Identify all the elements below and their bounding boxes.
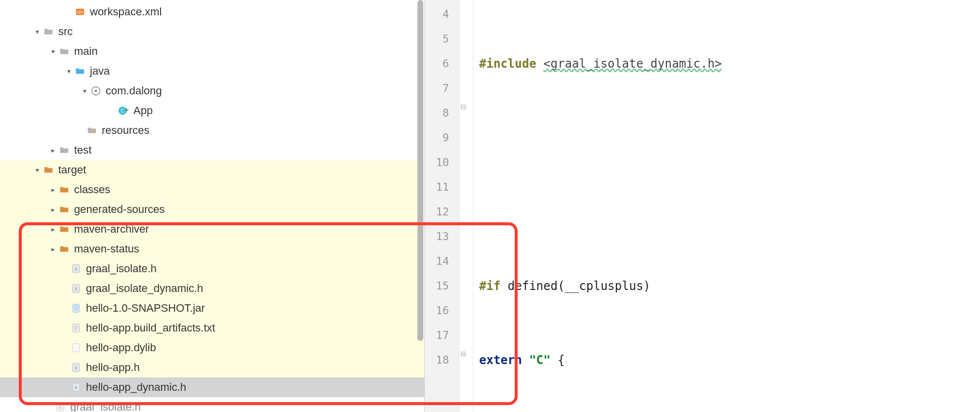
- tree-item-resources[interactable]: ▸ resources: [0, 121, 424, 140]
- tree-item-hello-app-dynamic-h[interactable]: ▸ h hello-app_dynamic.h: [0, 377, 424, 397]
- line-number[interactable]: 10: [425, 150, 449, 175]
- svg-text:h: h: [75, 287, 77, 291]
- string-token: "C": [529, 353, 550, 367]
- line-number[interactable]: 4: [425, 2, 449, 27]
- fold-marker-icon[interactable]: ⊟: [460, 350, 466, 358]
- chevron-down-icon: ▾: [33, 160, 41, 180]
- tree-label: graal_isolate.h: [70, 397, 424, 412]
- code-line[interactable]: #include <graal_isolate_dynamic.h>: [479, 51, 980, 76]
- fold-gutter[interactable]: ⊟ ⊟: [459, 0, 473, 412]
- folder-icon: [58, 144, 70, 156]
- tree-label: hello-app.dylib: [86, 338, 424, 358]
- tree-label: App: [133, 101, 424, 121]
- tree-label: test: [74, 140, 424, 160]
- project-tree-panel[interactable]: ▸ </> workspace.xml ▾ src ▾ main ▾ java …: [0, 0, 425, 412]
- xml-file-icon: </>: [74, 6, 86, 18]
- line-number[interactable]: 13: [425, 224, 449, 249]
- tree-item-graal-isolate-h[interactable]: ▸ h graal_isolate.h: [0, 259, 424, 279]
- tree-item-test[interactable]: ▸ test: [0, 140, 424, 160]
- tree-scrollbar[interactable]: [416, 0, 424, 412]
- svg-text:C: C: [121, 108, 124, 114]
- line-number[interactable]: 6: [425, 51, 449, 76]
- tree-item-dylib[interactable]: ▸ hello-app.dylib: [0, 338, 424, 358]
- tree-item-src[interactable]: ▾ src: [0, 22, 424, 41]
- tree-item-target[interactable]: ▾ target: [0, 160, 424, 180]
- tree-label: maven-archiver: [74, 219, 424, 239]
- code-text: defined(__cplusplus): [508, 279, 651, 293]
- tree-label: src: [58, 22, 424, 41]
- keyword-token: extern: [479, 353, 522, 367]
- line-number[interactable]: 5: [425, 27, 449, 51]
- svg-rect-12: [73, 304, 80, 313]
- header-file-icon: h: [54, 401, 66, 412]
- excluded-folder-icon: [58, 223, 70, 235]
- tree-item-graal-isolate-dynamic-h[interactable]: ▸ h graal_isolate_dynamic.h: [0, 279, 424, 298]
- svg-text:h: h: [75, 267, 77, 272]
- tree-item-jar[interactable]: ▸ hello-1.0-SNAPSHOT.jar: [0, 298, 424, 318]
- code-editor[interactable]: #include <graal_isolate_dynamic.h> #if d…: [473, 0, 980, 412]
- tree-label: hello-app.h: [86, 358, 424, 377]
- line-number[interactable]: 8: [425, 101, 449, 125]
- line-number[interactable]: 14: [425, 249, 449, 274]
- tree-item-build-artifacts[interactable]: ▸ hello-app.build_artifacts.txt: [0, 318, 424, 338]
- tree-item-workspace-xml[interactable]: ▸ </> workspace.xml: [0, 2, 424, 22]
- tree-item-java[interactable]: ▾ java: [0, 61, 424, 81]
- svg-text:</>: </>: [77, 10, 83, 15]
- tree-item-package[interactable]: ▾ com.dalong: [0, 81, 424, 101]
- project-tree[interactable]: ▸ </> workspace.xml ▾ src ▾ main ▾ java …: [0, 0, 424, 412]
- tree-item-hello-app-h[interactable]: ▸ h hello-app.h: [0, 358, 424, 377]
- excluded-folder-icon: [58, 243, 70, 255]
- tree-label: workspace.xml: [90, 2, 424, 22]
- line-number[interactable]: 18: [425, 348, 449, 372]
- binary-file-icon: [70, 342, 82, 354]
- code-line[interactable]: [479, 200, 980, 224]
- chevron-right-icon: ▸: [48, 200, 57, 219]
- tree-item-maven-archiver[interactable]: ▸ maven-archiver: [0, 219, 424, 239]
- tree-label: hello-app.build_artifacts.txt: [86, 318, 424, 338]
- line-number[interactable]: 16: [425, 298, 449, 323]
- code-line[interactable]: #if defined(__cplusplus): [479, 274, 980, 298]
- line-number[interactable]: 12: [425, 200, 449, 224]
- tree-item-generated-sources[interactable]: ▸ generated-sources: [0, 200, 424, 219]
- code-line[interactable]: [479, 125, 980, 150]
- line-number[interactable]: 9: [425, 125, 449, 150]
- directive-token: #if: [479, 279, 500, 293]
- chevron-down-icon: ▾: [48, 41, 57, 61]
- line-number[interactable]: 17: [425, 323, 449, 348]
- tree-item-classes[interactable]: ▸ classes: [0, 180, 424, 200]
- tree-label: graal_isolate_dynamic.h: [86, 279, 424, 298]
- tree-item-maven-status[interactable]: ▸ maven-status: [0, 239, 424, 259]
- code-line[interactable]: extern "C" {: [479, 348, 980, 372]
- line-number[interactable]: 11: [425, 175, 449, 200]
- java-class-run-icon: C: [118, 105, 129, 117]
- chevron-right-icon: ▸: [48, 219, 57, 239]
- line-number[interactable]: 15: [425, 274, 449, 298]
- tree-label: java: [90, 61, 424, 81]
- tree-item-app[interactable]: ▸ C App: [0, 101, 424, 121]
- jar-file-icon: [70, 302, 82, 314]
- directive-token: #include: [479, 57, 536, 71]
- excluded-folder-icon: [58, 204, 70, 215]
- header-file-icon: h: [70, 263, 82, 275]
- svg-text:h: h: [75, 366, 77, 371]
- line-number[interactable]: 7: [425, 76, 449, 101]
- chevron-down-icon: ▾: [64, 61, 73, 81]
- include-path: <graal_isolate_dynamic.h>: [543, 57, 722, 71]
- tree-label: target: [58, 160, 424, 180]
- tree-label: hello-app_dynamic.h: [86, 377, 424, 397]
- scrollbar-thumb[interactable]: [417, 0, 423, 341]
- tree-label: graal_isolate.h: [86, 259, 424, 279]
- tree-item-main[interactable]: ▾ main: [0, 41, 424, 61]
- svg-text:h: h: [59, 405, 61, 410]
- line-number-gutter[interactable]: 4 5 6 7 8 9 10 11 12 13 14 15 16 17 18: [425, 0, 459, 412]
- fold-marker-icon[interactable]: ⊟: [460, 103, 466, 111]
- code-text: {: [558, 353, 565, 367]
- chevron-down-icon: ▾: [33, 22, 41, 41]
- excluded-folder-icon: [58, 184, 70, 196]
- tree-item-graal-isolate-h-bottom[interactable]: ▸ h graal_isolate.h: [0, 397, 424, 412]
- header-file-icon: h: [70, 283, 82, 294]
- chevron-right-icon: ▸: [48, 140, 57, 160]
- package-icon: [90, 85, 102, 97]
- tree-label: com.dalong: [106, 81, 424, 101]
- svg-rect-20: [73, 344, 80, 352]
